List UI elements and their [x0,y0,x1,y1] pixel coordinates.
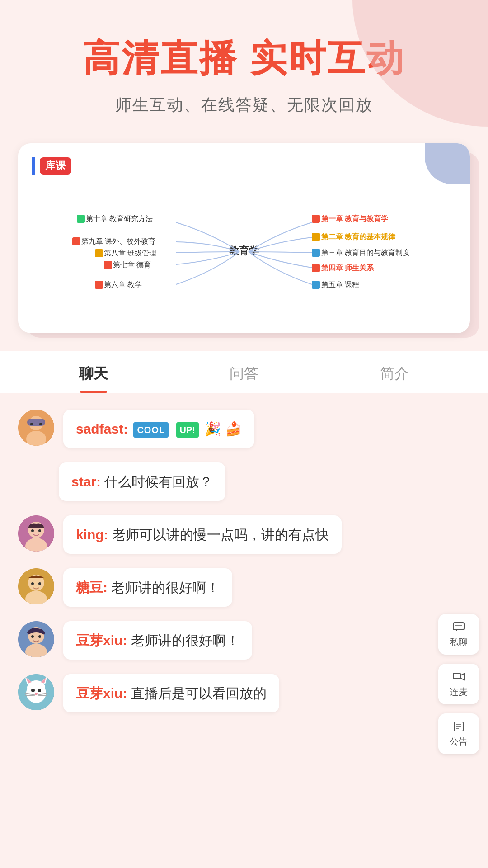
corner-decoration [425,143,470,184]
announcement-icon [452,720,465,733]
avatar [18,410,54,446]
avatar [18,621,54,657]
message-text: 什么时候有回放？ [104,474,213,489]
svg-point-30 [31,529,34,532]
private-chat-icon [452,621,465,633]
tab-intro[interactable]: 简介 [319,351,470,393]
svg-text:第九章 课外、校外教育: 第九章 课外、校外教育 [81,237,155,245]
announcement-label: 公告 [450,736,468,748]
svg-point-58 [38,689,41,692]
chat-tabs: 聊天 问答 简介 [0,351,488,393]
avatar [18,568,54,604]
side-actions: 私聊 连麦 公告 [438,614,479,754]
svg-rect-11 [312,215,320,223]
list-item: 糖豆: 老师讲的很好啊！ [0,561,488,614]
svg-text:第六章 教学: 第六章 教学 [104,281,142,288]
svg-rect-15 [312,249,320,257]
cool-badge: COOL [133,422,169,438]
message-with-actions: 豆芽xiu: 老师讲的很好啊！ 私聊 [0,614,488,667]
svg-rect-42 [453,623,464,630]
avatar [18,674,54,710]
svg-text:第七章 德育: 第七章 德育 [113,261,151,269]
username: 豆芽xiu: [76,633,131,648]
mind-map-card: 库课 教育学 [18,143,470,333]
message-bubble: star: 什么时候有回放？ [59,462,225,501]
svg-text:教育学: 教育学 [229,245,259,256]
username: sadfast: [76,421,131,436]
svg-point-31 [38,529,41,532]
svg-rect-19 [312,281,320,289]
announcement-button[interactable]: 公告 [438,713,479,754]
svg-point-36 [38,582,41,585]
mind-map-container: 库课 教育学 [0,134,488,347]
svg-rect-45 [453,673,460,679]
list-item: star: 什么时候有回放？ [0,455,488,508]
svg-text:第五章 课程: 第五章 课程 [321,281,359,288]
connect-label: 连麦 [450,686,468,698]
emoji-celebrate: 🎉 🍰 [204,421,241,436]
svg-point-40 [31,635,34,638]
svg-rect-13 [312,233,320,241]
list-item: king: 老师可以讲的慢一点吗，讲的有点快 [0,508,488,561]
mind-map-diagram: 教育学 第十章 教育研究方法 [32,184,456,320]
svg-point-41 [38,635,41,638]
list-item: 豆芽xiu: 直播后是可以看回放的 [0,667,488,720]
chat-area: sadfast: COOL UP! 🎉 🍰 star: 什么时候有回放？ [0,393,488,729]
message-text: 老师讲的很好啊！ [131,633,239,648]
connect-icon [452,670,465,683]
avatar [18,515,54,552]
svg-point-25 [30,423,33,425]
svg-point-57 [31,689,35,692]
svg-rect-9 [95,281,103,289]
svg-rect-17 [312,264,320,272]
logo-badge: 库课 [40,157,71,175]
message-text: 老师讲的很好啊！ [111,580,220,595]
svg-rect-7 [104,261,112,269]
svg-rect-24 [27,419,45,426]
svg-text:第八章 班级管理: 第八章 班级管理 [104,249,156,257]
up-badge: UP! [176,422,199,438]
svg-text:第二章 教育的基本规律: 第二章 教育的基本规律 [321,232,396,241]
username: 豆芽xiu: [76,686,131,701]
tab-chat[interactable]: 聊天 [18,351,169,393]
svg-text:第一章 教育与教育学: 第一章 教育与教育学 [321,214,388,222]
svg-text:第十章 教育研究方法: 第十章 教育研究方法 [86,215,153,222]
username: 糖豆: [76,580,111,595]
message-text: 直播后是可以看回放的 [131,686,267,701]
mind-map-svg: 教育学 第十章 教育研究方法 [32,184,456,320]
logo-bar: 库课 [32,157,456,175]
svg-text:第三章 教育目的与教育制度: 第三章 教育目的与教育制度 [321,249,410,256]
svg-point-35 [31,582,34,585]
message-text: 老师可以讲的慢一点吗，讲的有点快 [112,527,329,542]
connect-button[interactable]: 连麦 [438,664,479,704]
svg-line-61 [25,695,35,696]
message-bubble: king: 老师可以讲的慢一点吗，讲的有点快 [63,515,342,554]
hero-subtitle: 师生互动、在线答疑、无限次回放 [27,94,461,116]
svg-point-26 [39,423,42,425]
message-bubble: 豆芽xiu: 直播后是可以看回放的 [63,674,279,712]
username: star: [71,474,104,489]
username: king: [76,527,112,542]
private-chat-label: 私聊 [450,636,468,648]
svg-text:第四章 师生关系: 第四章 师生关系 [321,264,374,272]
tab-qa[interactable]: 问答 [169,351,319,393]
svg-rect-3 [72,237,80,245]
svg-point-59 [35,693,38,695]
svg-rect-5 [95,249,103,257]
svg-rect-1 [77,215,85,223]
list-item: 豆芽xiu: 老师讲的很好啊！ [0,614,488,667]
svg-line-63 [38,695,47,696]
private-chat-button[interactable]: 私聊 [438,614,479,655]
message-bubble: 糖豆: 老师讲的很好啊！ [63,568,232,607]
message-bubble: sadfast: COOL UP! 🎉 🍰 [63,410,254,448]
logo-blue-bar [32,157,35,175]
list-item: sadfast: COOL UP! 🎉 🍰 [0,402,488,455]
message-bubble: 豆芽xiu: 老师讲的很好啊！ [63,621,252,660]
